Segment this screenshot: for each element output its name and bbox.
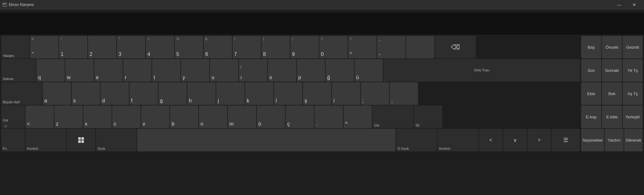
key-as-ts[interactable]: Aş Tş: [623, 82, 643, 105]
key-asterisk[interactable]: ?*: [348, 36, 377, 58]
key-l[interactable]: l: [274, 82, 302, 105]
key-y[interactable]: y: [181, 59, 209, 82]
key-n[interactable]: n: [199, 106, 227, 128]
key-row-3: Büyük Harf a s d f g h j k l ş i ; ,: [1, 82, 580, 105]
title-bar-controls: — ✕: [612, 0, 641, 9]
key-bas[interactable]: Baş: [581, 36, 601, 58]
key-j[interactable]: j: [216, 82, 245, 105]
key-8[interactable]: (8: [261, 36, 290, 58]
key-onceki[interactable]: Önceki: [602, 36, 622, 58]
key-ccedilla[interactable]: ç: [286, 106, 314, 128]
key-x[interactable]: x: [83, 106, 112, 128]
key-arrow-down[interactable]: ∨: [503, 129, 527, 151]
key-ubrace[interactable]: ü: [355, 59, 383, 82]
key-e-kop[interactable]: E-kop: [581, 106, 601, 128]
key-6[interactable]: &6: [204, 36, 232, 58]
key-0[interactable]: =0: [319, 36, 348, 58]
key-m[interactable]: m: [228, 106, 256, 128]
key-caret[interactable]: ^: [344, 106, 372, 128]
svg-rect-2: [4, 4, 5, 4]
key-s[interactable]: s: [72, 82, 100, 105]
key-blank[interactable]: [406, 36, 434, 58]
key-b[interactable]: b: [170, 106, 198, 128]
key-i[interactable]: lı: [239, 59, 267, 82]
key-arrow-right[interactable]: >: [527, 129, 551, 151]
key-row-5: Fn Kontrol Sçnk Ü-Sçnk Kontrol < ∨ >: [1, 129, 580, 151]
key-shift-right[interactable]: Üst: [372, 106, 413, 128]
key-less[interactable]: <: [25, 106, 54, 128]
key-row-2: Sekme q w e r t y u lı o p ğ ü Giriş Tuş…: [1, 59, 580, 82]
key-v[interactable]: v: [141, 106, 169, 128]
key-sonraki[interactable]: Sonraki: [602, 59, 622, 82]
key-r[interactable]: r: [123, 59, 151, 82]
key-4[interactable]: +4: [146, 36, 174, 58]
key-scedilla[interactable]: ş: [303, 82, 331, 105]
key-backtick[interactable]: é": [30, 36, 58, 58]
key-yk-ts[interactable]: Yk Tş: [623, 59, 643, 82]
key-z[interactable]: z: [54, 106, 83, 128]
close-button[interactable]: ✕: [627, 0, 641, 9]
key-silinerek[interactable]: Silinerek: [624, 129, 643, 151]
key-semicolon[interactable]: ;: [361, 82, 389, 105]
key-tab[interactable]: Sekme: [1, 59, 36, 82]
key-ctrl-left[interactable]: Kontrol: [25, 129, 66, 151]
key-a[interactable]: a: [43, 82, 71, 105]
key-sil[interactable]: Sil: [414, 106, 442, 128]
key-2[interactable]: '2: [88, 36, 116, 58]
key-t[interactable]: t: [152, 59, 180, 82]
key-f[interactable]: f: [129, 82, 158, 105]
key-row-1: Vazgeç é" !1 '2 ^3 +4 %5 &6 /7 (8 )9 =0 …: [1, 36, 580, 58]
svg-rect-4: [81, 137, 84, 140]
key-gbrace[interactable]: ğ: [326, 59, 354, 82]
key-arrow-left[interactable]: <: [479, 129, 503, 151]
key-e[interactable]: e: [94, 59, 123, 82]
key-d[interactable]: d: [101, 82, 129, 105]
key-o[interactable]: o: [268, 59, 296, 82]
key-caps[interactable]: Büyük Harf: [1, 82, 42, 105]
key-g[interactable]: g: [158, 82, 187, 105]
key-1[interactable]: !1: [59, 36, 87, 58]
key-gezinti[interactable]: Gezinti: [623, 36, 643, 58]
keyboard-area: Vazgeç é" !1 '2 ^3 +4 %5 &6 /7 (8 )9 =0 …: [0, 9, 644, 195]
key-e-kitle[interactable]: E-kitle: [602, 106, 622, 128]
key-w[interactable]: w: [65, 59, 94, 82]
key-enter-right[interactable]: Giriş Tuşu: [383, 59, 580, 82]
key-space[interactable]: [137, 129, 395, 151]
key-h[interactable]: h: [187, 82, 216, 105]
title-bar: Ekran Klavyesi — ✕: [0, 0, 644, 9]
key-ctrl-right[interactable]: Kontrol: [438, 129, 478, 151]
key-odot[interactable]: ö: [257, 106, 285, 128]
key-q[interactable]: q: [36, 59, 65, 82]
key-secenekler[interactable]: Seçenekler: [581, 129, 604, 151]
key-fn[interactable]: Fn: [1, 129, 25, 151]
key-yardim[interactable]: Yardım: [605, 129, 623, 151]
app-title: Ekran Klavyesi: [9, 3, 34, 7]
key-p[interactable]: p: [297, 59, 325, 82]
key-k[interactable]: k: [245, 82, 273, 105]
key-menu[interactable]: ☰: [552, 129, 580, 151]
svg-rect-6: [81, 140, 84, 143]
key-comma2[interactable]: ,: [390, 82, 418, 105]
svg-rect-3: [78, 137, 81, 140]
minimize-button[interactable]: —: [612, 0, 626, 9]
key-win[interactable]: [67, 129, 95, 151]
key-son[interactable]: Son: [581, 59, 601, 82]
key-vazgec[interactable]: Vazgeç: [1, 36, 30, 58]
key-5[interactable]: %5: [175, 36, 203, 58]
key-backspace[interactable]: ⌫: [435, 36, 476, 58]
key-bek[interactable]: Bek: [602, 82, 622, 105]
key-uml[interactable]: Ü-Sçnk: [396, 129, 437, 151]
key-c[interactable]: c: [112, 106, 140, 128]
top-display: [0, 13, 644, 35]
key-colon[interactable]: :.: [315, 106, 343, 128]
key-ekle[interactable]: Ekle: [581, 82, 601, 105]
key-3[interactable]: ^3: [117, 36, 145, 58]
key-shift-left[interactable]: Üst>: [1, 106, 25, 128]
key-9[interactable]: )9: [290, 36, 319, 58]
key-yerlestir[interactable]: Yerleştir: [623, 106, 643, 128]
key-minus[interactable]: _-: [377, 36, 405, 58]
key-idot[interactable]: i: [332, 82, 360, 105]
key-7[interactable]: /7: [233, 36, 261, 58]
key-alt[interactable]: Sçnk: [96, 129, 137, 151]
key-u[interactable]: u: [210, 59, 238, 82]
